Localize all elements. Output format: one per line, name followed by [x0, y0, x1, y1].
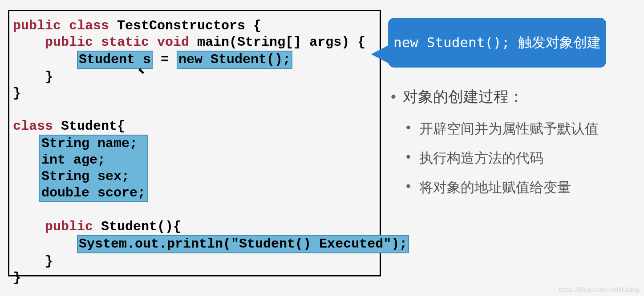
notes-item-2: 执行构造方法的代码 — [419, 149, 640, 168]
notes-item-3: 将对象的地址赋值给变量 — [419, 178, 640, 197]
code-line-5: } — [13, 85, 376, 102]
code-line-4: } — [13, 69, 376, 85]
highlight-println: System.out.println("Student() Executed")… — [77, 235, 409, 253]
code-line-1: public class TestConstructors { — [13, 18, 376, 34]
highlight-new: new Student(); — [177, 51, 292, 69]
code-line-13: } — [13, 270, 376, 286]
field-score: double score; — [41, 185, 146, 201]
code-line-3: Student s = new Student(); — [13, 51, 376, 69]
notes-panel: 对象的创建过程： 开辟空间并为属性赋予默认值 执行构造方法的代码 将对象的地址赋… — [391, 87, 640, 208]
code-line-11: System.out.println("Student() Executed")… — [13, 235, 376, 253]
highlight-fields: String name; int age; String sex; double… — [39, 135, 148, 202]
code-line-6: class Student{ — [13, 118, 376, 135]
callout-bubble: new Student(); 触发对象创建 — [388, 18, 606, 68]
notes-title: 对象的创建过程： — [391, 87, 640, 107]
watermark: https://blog.csdn.net/ilubing — [559, 286, 640, 293]
notes-item-1: 开辟空间并为属性赋予默认值 — [419, 120, 640, 138]
field-sex: String sex; — [41, 168, 146, 185]
code-line-12: } — [13, 253, 376, 270]
code-line-10: public Student(){ — [13, 219, 376, 235]
notes-list: 开辟空间并为属性赋予默认值 执行构造方法的代码 将对象的地址赋值给变量 — [391, 120, 640, 197]
callout-arrow-icon — [371, 44, 390, 64]
callout-text: new Student(); 触发对象创建 — [393, 33, 601, 52]
code-blank-2 — [13, 202, 376, 219]
code-panel: public class TestConstructors { public s… — [8, 10, 381, 276]
highlight-var: Student s — [77, 51, 153, 69]
field-name: String name; — [41, 136, 146, 152]
code-line-2: public static void main(String[] args) { — [13, 34, 376, 51]
code-blank-1 — [13, 102, 376, 118]
field-age: int age; — [41, 152, 146, 168]
